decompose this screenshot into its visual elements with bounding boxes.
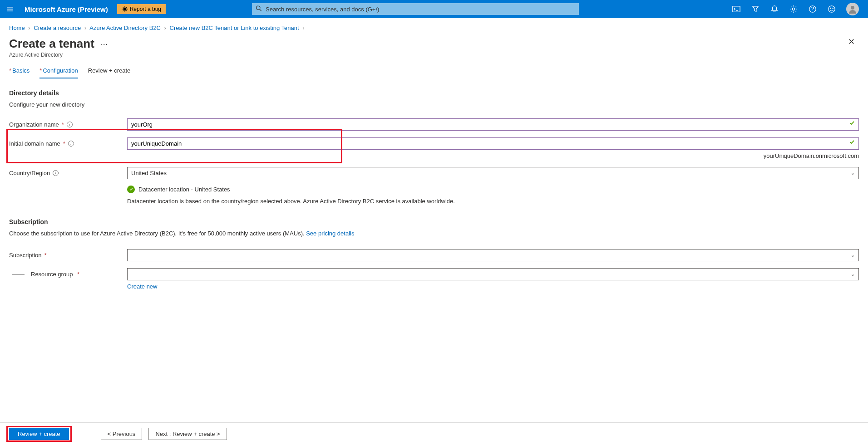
breadcrumb-home[interactable]: Home — [9, 24, 25, 31]
subscription-row: Subscription * ⌄ — [9, 249, 859, 261]
previous-button[interactable]: < Previous — [101, 428, 143, 440]
required-star: * — [76, 271, 80, 278]
search-input[interactable] — [252, 3, 579, 15]
breadcrumb: Home › Create a resource › Azure Active … — [0, 18, 868, 35]
subscription-select[interactable]: ⌄ — [127, 249, 859, 261]
main-content: Directory details Configure your new dir… — [0, 78, 868, 290]
bug-icon — [122, 6, 128, 12]
directory-section-desc: Configure your new directory — [9, 101, 859, 108]
next-button[interactable]: Next : Review + create > — [148, 428, 227, 440]
chevron-right-icon: › — [302, 24, 304, 31]
notifications-icon[interactable] — [770, 5, 779, 14]
chevron-right-icon: › — [164, 24, 166, 31]
review-create-button[interactable]: Review + create — [9, 428, 69, 440]
country-row: Country/Region i United States ⌄ — [9, 166, 859, 179]
chevron-right-icon: › — [28, 24, 30, 31]
page-title: Create a tenant — [9, 37, 94, 51]
create-new-rg-link[interactable]: Create new — [127, 283, 859, 290]
check-circle-icon — [127, 186, 135, 193]
datacenter-location-row: Datacenter location - United States — [127, 186, 859, 193]
tree-line — [12, 266, 25, 275]
info-icon[interactable]: i — [68, 141, 74, 147]
svg-point-4 — [829, 6, 835, 12]
country-select[interactable]: United States ⌄ — [127, 167, 859, 179]
check-icon — [849, 121, 855, 128]
country-value: United States — [131, 170, 167, 176]
hamburger-menu[interactable] — [5, 4, 15, 15]
datacenter-note: Datacenter location is based on the coun… — [127, 198, 859, 205]
breadcrumb-create-resource[interactable]: Create a resource — [34, 24, 81, 31]
report-bug-label: Report a bug — [130, 6, 161, 12]
help-icon[interactable] — [808, 5, 817, 14]
azure-logo-text[interactable]: Microsoft Azure (Preview) — [25, 5, 108, 13]
org-name-row: Organization name * i — [9, 118, 859, 131]
info-icon[interactable]: i — [67, 122, 73, 127]
breadcrumb-aad-b2c[interactable]: Azure Active Directory B2C — [89, 24, 161, 31]
chevron-down-icon: ⌄ — [851, 271, 855, 277]
svg-point-7 — [851, 6, 854, 10]
required-star: * — [62, 121, 64, 128]
close-icon[interactable]: ✕ — [848, 37, 857, 46]
cloud-shell-icon[interactable] — [732, 5, 741, 14]
resource-group-select[interactable]: ⌄ — [127, 268, 859, 280]
search-container — [252, 3, 579, 15]
datacenter-text: Datacenter location - United States — [138, 186, 230, 193]
subscription-label: Subscription * — [9, 252, 127, 259]
domain-hint: yourUniqueDomain.onmicrosoft.com — [9, 152, 859, 159]
tab-strip: Basics Configuration Review + create — [0, 64, 868, 78]
tab-basics[interactable]: Basics — [9, 64, 30, 78]
org-name-input[interactable] — [127, 118, 859, 131]
svg-point-2 — [792, 8, 794, 10]
org-name-label: Organization name * i — [9, 121, 127, 128]
feedback-icon[interactable] — [827, 5, 836, 14]
user-avatar[interactable] — [846, 3, 859, 15]
more-actions-icon[interactable]: ··· — [101, 39, 108, 49]
search-icon — [256, 5, 262, 13]
chevron-down-icon: ⌄ — [851, 170, 855, 176]
country-label: Country/Region i — [9, 170, 127, 176]
svg-point-6 — [833, 8, 833, 9]
pricing-link[interactable]: See pricing details — [306, 230, 354, 237]
top-nav-bar: Microsoft Azure (Preview) Report a bug — [0, 0, 868, 18]
footer-bar: Review + create < Previous Next : Review… — [0, 422, 868, 445]
subscription-desc: Choose the subscription to use for Azure… — [9, 230, 859, 237]
domain-name-label: Initial domain name * i — [9, 140, 127, 147]
resource-group-label: Resource group * — [9, 269, 127, 279]
required-star: * — [44, 252, 47, 259]
tab-review-create[interactable]: Review + create — [88, 64, 131, 78]
check-icon — [849, 140, 855, 147]
svg-point-5 — [830, 8, 831, 9]
settings-icon[interactable] — [789, 5, 798, 14]
svg-rect-1 — [733, 6, 740, 12]
required-star: * — [63, 140, 65, 147]
breadcrumb-create-tenant[interactable]: Create new B2C Tenant or Link to existin… — [170, 24, 299, 31]
domain-name-input[interactable] — [127, 137, 859, 150]
top-icon-group — [732, 3, 863, 15]
directory-filter-icon[interactable] — [751, 5, 760, 14]
info-icon[interactable]: i — [53, 170, 59, 176]
directory-section-title: Directory details — [9, 89, 859, 97]
resource-group-row: Resource group * ⌄ — [9, 268, 859, 280]
chevron-down-icon: ⌄ — [851, 252, 855, 258]
svg-point-0 — [123, 8, 126, 11]
domain-name-row: Initial domain name * i — [9, 137, 859, 150]
page-subtitle: Azure Active Directory — [0, 51, 868, 64]
tab-configuration[interactable]: Configuration — [39, 64, 78, 78]
report-bug-button[interactable]: Report a bug — [117, 4, 166, 14]
chevron-right-icon: › — [84, 24, 86, 31]
subscription-section-title: Subscription — [9, 218, 859, 225]
page-header: Create a tenant ··· ✕ — [0, 35, 868, 51]
